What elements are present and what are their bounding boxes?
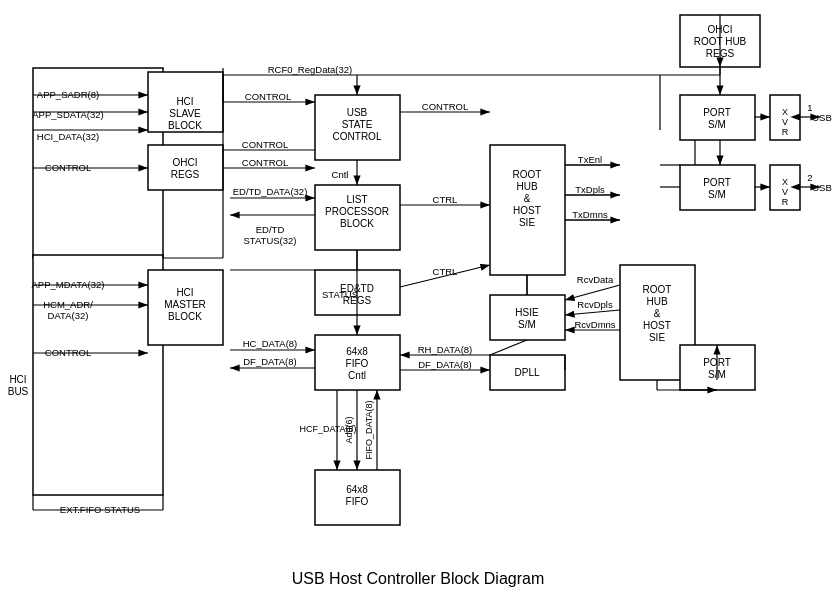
- svg-text:STATE: STATE: [342, 119, 373, 130]
- diagram-container: HCI SLAVE BLOCK OHCI REGS APP_SADR(8) AP…: [0, 0, 837, 600]
- svg-text:V: V: [782, 117, 788, 127]
- svg-text:Add(6): Add(6): [344, 416, 354, 443]
- svg-text:RcvData: RcvData: [577, 274, 614, 285]
- svg-text:TxEnl: TxEnl: [578, 154, 602, 165]
- svg-text:STATUS: STATUS: [322, 289, 358, 300]
- svg-text:TxDpls: TxDpls: [575, 184, 605, 195]
- svg-text:BUS: BUS: [8, 386, 29, 397]
- svg-text:ED/TD_DATA(32): ED/TD_DATA(32): [233, 186, 308, 197]
- svg-text:DPLL: DPLL: [514, 367, 539, 378]
- svg-text:S/M: S/M: [708, 189, 726, 200]
- svg-text:OHCI: OHCI: [173, 157, 198, 168]
- svg-text:HCI: HCI: [176, 96, 193, 107]
- svg-text:HCI: HCI: [9, 374, 26, 385]
- svg-text:BLOCK: BLOCK: [168, 311, 202, 322]
- svg-text:HCI: HCI: [176, 287, 193, 298]
- svg-text:CONTROL: CONTROL: [242, 139, 288, 150]
- svg-text:ROOT: ROOT: [643, 284, 672, 295]
- svg-text:RcvDmns: RcvDmns: [574, 319, 615, 330]
- svg-text:FIFO: FIFO: [346, 496, 369, 507]
- svg-text:HUB: HUB: [516, 181, 537, 192]
- svg-text:SLAVE: SLAVE: [169, 108, 201, 119]
- svg-text:RCF0_RegData(32): RCF0_RegData(32): [268, 64, 352, 75]
- svg-text:APP_SADR(8): APP_SADR(8): [37, 89, 99, 100]
- svg-text:SIE: SIE: [519, 217, 535, 228]
- svg-text:HOST: HOST: [643, 320, 671, 331]
- svg-text:DF_DATA(8): DF_DATA(8): [243, 356, 296, 367]
- svg-text:RcvDpls: RcvDpls: [577, 299, 613, 310]
- svg-text:CONTROL: CONTROL: [45, 162, 91, 173]
- svg-text:S/M: S/M: [518, 319, 536, 330]
- svg-text:PROCESSOR: PROCESSOR: [325, 206, 389, 217]
- svg-text:EXT.FIFO STATUS: EXT.FIFO STATUS: [60, 504, 140, 515]
- diagram-title: USB Host Controller Block Diagram: [292, 570, 545, 587]
- svg-text:FIFO_DATA(8): FIFO_DATA(8): [364, 400, 374, 459]
- svg-text:CONTROL: CONTROL: [245, 91, 291, 102]
- svg-line-175: [490, 340, 527, 355]
- svg-text:HCM_ADR/: HCM_ADR/: [43, 299, 93, 310]
- svg-line-68: [565, 310, 620, 315]
- svg-text:CTRL: CTRL: [433, 266, 458, 277]
- svg-text:HUB: HUB: [646, 296, 667, 307]
- svg-text:HOST: HOST: [513, 205, 541, 216]
- svg-rect-113: [33, 255, 163, 495]
- svg-text:TxDmns: TxDmns: [572, 209, 608, 220]
- svg-text:ED/TD: ED/TD: [256, 224, 285, 235]
- svg-text:CONTROL: CONTROL: [333, 131, 382, 142]
- svg-text:Cntl: Cntl: [332, 169, 349, 180]
- svg-text:HC_DATA(8): HC_DATA(8): [243, 338, 298, 349]
- svg-text:R: R: [782, 197, 789, 207]
- svg-text:CTRL: CTRL: [433, 194, 458, 205]
- svg-text:STATUS(32): STATUS(32): [244, 235, 297, 246]
- svg-text:R: R: [782, 127, 789, 137]
- svg-text:PORT: PORT: [703, 107, 731, 118]
- svg-text:HCI_DATA(32): HCI_DATA(32): [37, 131, 99, 142]
- svg-text:V: V: [782, 187, 788, 197]
- svg-text:ROOT: ROOT: [513, 169, 542, 180]
- svg-text:USB: USB: [347, 107, 368, 118]
- svg-text:REGS: REGS: [171, 169, 200, 180]
- svg-text:DF_DATA(8): DF_DATA(8): [418, 359, 471, 370]
- svg-text:&: &: [524, 193, 531, 204]
- svg-text:S/M: S/M: [708, 119, 726, 130]
- svg-text:PORT: PORT: [703, 177, 731, 188]
- svg-text:LIST: LIST: [346, 194, 367, 205]
- svg-text:X: X: [782, 177, 788, 187]
- svg-text:BLOCK: BLOCK: [168, 120, 202, 131]
- svg-text:CONTROL: CONTROL: [422, 101, 468, 112]
- svg-text:MASTER: MASTER: [164, 299, 206, 310]
- svg-text:DATA(32): DATA(32): [48, 310, 89, 321]
- svg-text:Cntl: Cntl: [348, 370, 366, 381]
- svg-text:X: X: [782, 107, 788, 117]
- svg-text:HSIE: HSIE: [515, 307, 539, 318]
- svg-text:CONTROL: CONTROL: [45, 347, 91, 358]
- svg-text:APP_SDATA(32): APP_SDATA(32): [32, 109, 103, 120]
- svg-text:RH_DATA(8): RH_DATA(8): [418, 344, 473, 355]
- svg-text:64x8: 64x8: [346, 484, 368, 495]
- svg-text:BLOCK: BLOCK: [340, 218, 374, 229]
- svg-text:&: &: [654, 308, 661, 319]
- svg-text:SIE: SIE: [649, 332, 665, 343]
- svg-text:CONTROL: CONTROL: [242, 157, 288, 168]
- svg-text:64x8: 64x8: [346, 346, 368, 357]
- svg-text:FIFO: FIFO: [346, 358, 369, 369]
- svg-text:APP_MDATA(32): APP_MDATA(32): [31, 279, 104, 290]
